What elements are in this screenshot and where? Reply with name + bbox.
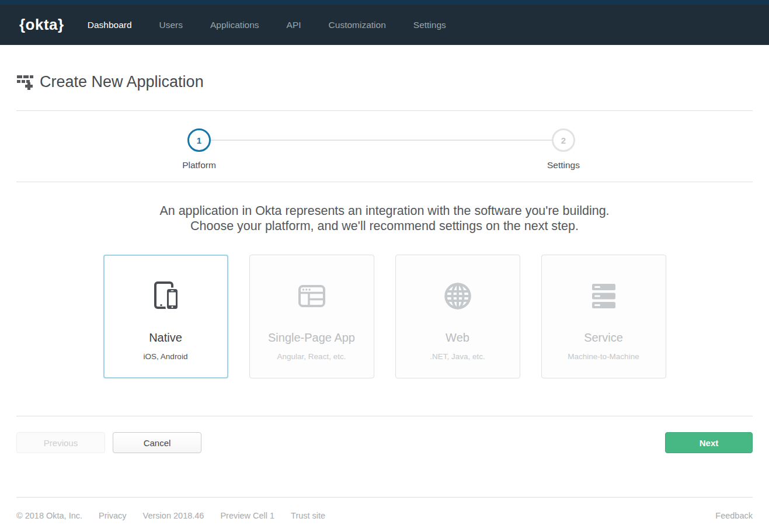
nav-item-dashboard[interactable]: Dashboard [88, 20, 132, 30]
nav-item-users[interactable]: Users [159, 20, 183, 30]
platform-description: .NET, Java, etc. [430, 352, 485, 361]
preview-cell-text: Preview Cell 1 [220, 511, 274, 520]
intro-line-2: Choose your platform, and we'll recommen… [0, 218, 769, 234]
intro-line-1: An application in Okta represents an int… [0, 203, 769, 218]
platform-name: Native [149, 331, 182, 345]
page-header: Create New Application [0, 45, 769, 110]
previous-button[interactable]: Previous [16, 432, 105, 453]
trust-site-link[interactable]: Trust site [291, 511, 325, 520]
step-1-circle: 1 [187, 128, 211, 152]
globe-icon [441, 280, 474, 312]
step-1-label: Platform [158, 160, 240, 171]
next-button[interactable]: Next [665, 432, 753, 453]
page-footer: © 2018 Okta, Inc. Privacy Version 2018.4… [16, 497, 753, 520]
intro-text: An application in Okta represents an int… [0, 182, 769, 234]
browser-top-strip [0, 0, 769, 5]
nav-item-applications[interactable]: Applications [210, 20, 259, 30]
page-title: Create New Application [40, 73, 204, 91]
platform-name: Service [584, 331, 623, 345]
platform-card-web[interactable]: Web .NET, Java, etc. [395, 255, 520, 378]
apps-add-icon [16, 73, 34, 91]
nav-items: Dashboard Users Applications API Customi… [88, 20, 474, 30]
step-connector-line [211, 140, 552, 141]
platform-description: Angular, React, etc. [277, 352, 346, 361]
step-settings: 2 Settings [523, 128, 604, 171]
step-2-circle: 2 [552, 128, 575, 152]
platform-card-service[interactable]: Service Machine-to-Machine [541, 255, 666, 378]
copyright-text: © 2018 Okta, Inc. [16, 511, 82, 520]
wizard-stepper: 1 Platform 2 Settings [0, 111, 769, 182]
step-platform: 1 Platform [158, 128, 240, 171]
platform-name: Single-Page App [268, 331, 355, 345]
okta-logo[interactable]: {okta} [19, 16, 64, 34]
top-navbar: {okta} Dashboard Users Applications API … [0, 5, 769, 45]
feedback-link[interactable]: Feedback [715, 511, 753, 520]
nav-item-settings[interactable]: Settings [413, 20, 446, 30]
platform-name: Web [446, 331, 469, 345]
privacy-link[interactable]: Privacy [99, 511, 127, 520]
wizard-actions: Previous Cancel Next [0, 416, 769, 453]
platform-description: Machine-to-Machine [568, 352, 639, 361]
platform-card-single-page-app[interactable]: Single-Page App Angular, React, etc. [249, 255, 374, 378]
mobile-devices-icon [149, 280, 182, 312]
cancel-button[interactable]: Cancel [113, 432, 201, 453]
platform-cards: Native iOS, Android Single-Page App Angu… [0, 255, 769, 378]
step-2-label: Settings [523, 160, 604, 171]
nav-item-customization[interactable]: Customization [329, 20, 386, 30]
browser-window-icon [295, 280, 328, 312]
server-stack-icon [587, 280, 620, 312]
platform-card-native[interactable]: Native iOS, Android [103, 255, 228, 378]
platform-description: iOS, Android [144, 352, 188, 361]
nav-item-api[interactable]: API [287, 20, 301, 30]
version-text: Version 2018.46 [143, 511, 204, 520]
